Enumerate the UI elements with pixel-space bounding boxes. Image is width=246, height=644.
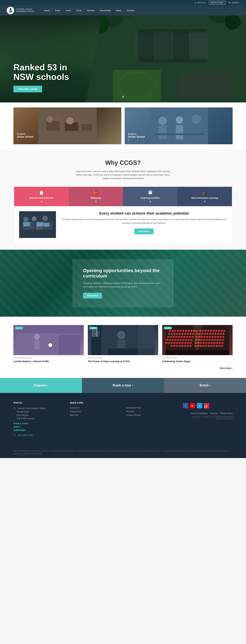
svg-rect-151	[190, 342, 192, 344]
tab-arrow-next-gen: ∨	[179, 200, 230, 203]
svg-rect-117	[214, 336, 216, 338]
news-title-3: Celebrating Centre Stage	[162, 360, 232, 363]
tab-arrow-excellence: ∨	[16, 200, 67, 203]
svg-rect-30	[154, 134, 205, 135]
svg-rect-94	[209, 333, 211, 335]
svg-rect-83	[179, 333, 181, 335]
explore-senior-card[interactable]: Explore Senior School ›	[125, 108, 232, 144]
facebook-icon[interactable]: f	[183, 403, 188, 408]
tab-content-title: Every student can achieve their academic…	[61, 211, 227, 216]
footer-cta-links: BOOK A TOUR › APPLY › SUBSCRIBE ›	[14, 422, 63, 432]
nav-learn[interactable]: Learn	[63, 8, 74, 13]
book-a-tour-cta-button[interactable]: Book a tour ›	[82, 378, 164, 393]
tab-wellbeing[interactable]: 🍎 Wellbeing ∨	[69, 187, 123, 206]
more-news-row: More News ›	[14, 366, 232, 370]
footer-link-enrolment-faqs[interactable]: Enrolment FAQs	[126, 407, 176, 409]
svg-rect-65	[188, 330, 190, 332]
footer-apply-link[interactable]: APPLY ›	[14, 426, 63, 428]
footer-terms-link[interactable]: Terms & Conditions	[190, 412, 208, 414]
search-topbar-link[interactable]: 🔍 SEARCH	[228, 2, 239, 4]
svg-rect-180	[218, 345, 220, 347]
news-card-1[interactable]: NEWS 19 SEPTEMBER 2024 Lachlan Bayliss -…	[14, 325, 84, 363]
news-card-2[interactable]: NEWS 22 AUGUST	[88, 325, 158, 363]
footer-link-travel[interactable]: Travel to School	[126, 414, 176, 416]
nav-contact[interactable]: Contact	[124, 8, 137, 13]
logo[interactable]: CENTRAL COAST GRAMMAR SCHOOL	[7, 7, 35, 14]
top-bar: 👤 MYCCGS BOOK A TOUR 🔍 SEARCH	[0, 0, 246, 5]
svg-rect-129	[188, 339, 190, 341]
footer-privacy-link[interactable]: Privacy Policy	[220, 412, 232, 414]
footer-legal-links: Terms & Conditions Sitemap Privacy Polic…	[183, 412, 232, 415]
cta-row: Enquire › Book a tour › Enrol ›	[0, 378, 246, 393]
svg-rect-137	[211, 339, 213, 341]
svg-rect-161	[219, 342, 221, 344]
svg-rect-73	[210, 330, 212, 332]
nav-grow[interactable]: Grow	[74, 8, 84, 13]
social-icons-row: f ▶ t ◎	[183, 403, 232, 408]
nav-enrol[interactable]: Enrol	[52, 8, 63, 13]
book-a-tour-topbar-link[interactable]: BOOK A TOUR	[209, 1, 225, 4]
svg-point-0	[10, 8, 12, 10]
nav-news[interactable]: News	[113, 8, 124, 13]
footer-phone-number[interactable]: +61 2 4367 6766	[18, 434, 33, 436]
footer-book-tour-link[interactable]: BOOK A TOUR ›	[14, 422, 63, 425]
svg-rect-155	[203, 342, 205, 344]
svg-rect-91	[201, 333, 203, 335]
svg-rect-164	[173, 345, 175, 347]
nav-community[interactable]: Community	[97, 8, 113, 13]
svg-rect-127	[182, 339, 184, 341]
svg-rect-96	[214, 333, 216, 335]
more-news-link[interactable]: More News ›	[220, 367, 232, 369]
phone-icon: 📞	[14, 434, 17, 436]
facilities-icon: 🏛	[125, 190, 176, 195]
svg-rect-77	[220, 330, 222, 332]
tab-educational-excellence[interactable]: 📋 Educational Excellence ∨	[14, 187, 69, 206]
svg-rect-150	[187, 342, 189, 344]
tab-inspiring-facilities[interactable]: 🏛 Inspiring Facilities ∨	[123, 187, 177, 206]
tab-read-more-button[interactable]: Read More	[134, 228, 153, 234]
view-hsc-results-button[interactable]: View HSC results	[14, 86, 42, 92]
svg-rect-64	[185, 330, 187, 332]
youtube-icon[interactable]: ▶	[190, 403, 195, 408]
footer-link-contact[interactable]: Contact Us	[70, 407, 120, 409]
nav-nurture[interactable]: Nurture	[84, 8, 97, 13]
hero-section: Ranked 53 in NSW schools View HSC result…	[0, 16, 246, 102]
svg-rect-169	[187, 345, 189, 347]
twitter-icon[interactable]: t	[197, 403, 202, 408]
explore-junior-card[interactable]: Explore Junior School ›	[14, 108, 121, 144]
svg-rect-162	[221, 342, 223, 344]
tab-label-facilities: Inspiring Facilities	[125, 197, 176, 199]
svg-rect-97	[217, 333, 219, 335]
svg-rect-43	[34, 340, 39, 349]
nav-about[interactable]: About	[41, 8, 52, 13]
instagram-icon[interactable]: ◎	[204, 403, 209, 408]
enrol-cta-button[interactable]: Enrol ›	[164, 378, 246, 393]
enquire-cta-button[interactable]: Enquire ›	[0, 378, 82, 393]
tab-content-body: Every student can achieve their academic…	[61, 211, 227, 234]
svg-rect-100	[167, 336, 169, 338]
svg-rect-175	[205, 345, 207, 347]
footer-link-employment[interactable]: Employment	[70, 410, 120, 413]
tab-next-generation-learning[interactable]: 🎓 Next Generation Learning ∨	[177, 187, 232, 206]
footer-link-facilities[interactable]: Facilities	[126, 410, 176, 413]
svg-point-19	[55, 115, 61, 121]
search-icon: 🔍	[228, 2, 231, 4]
next-gen-icon: 🎓	[179, 190, 230, 195]
svg-rect-1	[9, 11, 12, 12]
svg-point-42	[34, 334, 40, 340]
tab-label-next-gen: Next Generation Learning	[179, 197, 230, 199]
scroll-down-icon[interactable]: ∨	[122, 95, 124, 99]
footer-sitemap-link[interactable]: Sitemap	[210, 412, 218, 414]
news-grid: NEWS 19 SEPTEMBER 2024 Lachlan Bayliss -…	[14, 325, 232, 363]
footer-subscribe-link[interactable]: SUBSCRIBE ›	[14, 429, 63, 432]
svg-rect-86	[187, 333, 189, 335]
footer-link-myccgs[interactable]: MyCCGS	[70, 414, 120, 416]
svg-rect-177	[210, 345, 212, 347]
school-name: CENTRAL COAST GRAMMAR SCHOOL	[16, 8, 35, 12]
svg-rect-134	[203, 339, 205, 341]
myccgs-link[interactable]: 👤 MYCCGS	[194, 2, 206, 4]
svg-rect-147	[179, 342, 181, 344]
svg-rect-52	[94, 330, 95, 337]
news-card-3[interactable]: NEWS	[162, 325, 232, 363]
svg-rect-181	[221, 345, 223, 347]
